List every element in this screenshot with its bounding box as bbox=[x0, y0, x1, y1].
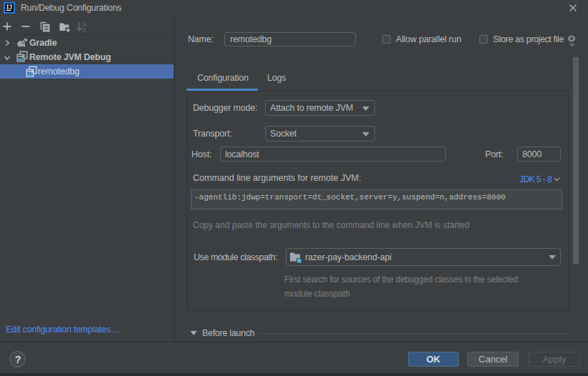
svg-text:z: z bbox=[83, 26, 86, 33]
